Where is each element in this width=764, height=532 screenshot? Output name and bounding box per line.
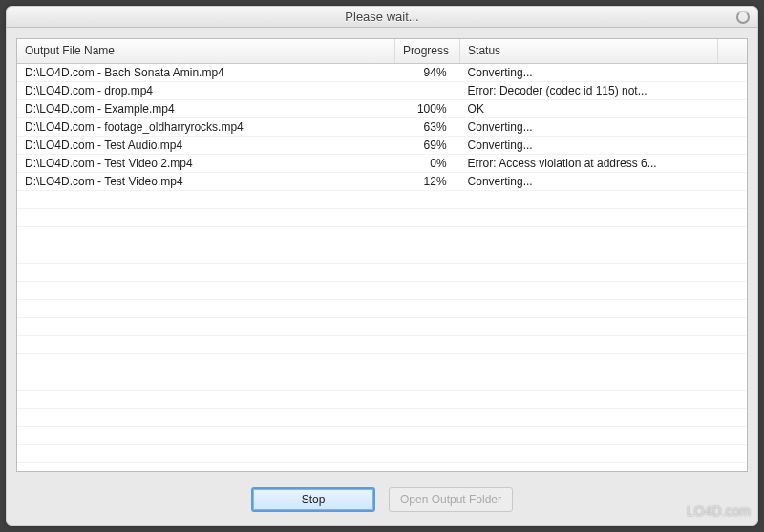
cell-pad	[718, 82, 747, 100]
cell-pad	[718, 118, 747, 137]
cell-progress: 69%	[395, 137, 460, 155]
table-row[interactable]: D:\LO4D.com - Test Video.mp412%Convertin…	[17, 173, 747, 191]
cell-status: Error: Decoder (codec id 115) not...	[460, 82, 718, 100]
cell-pad	[718, 64, 747, 82]
col-header-pad	[718, 39, 747, 64]
open-output-folder-button: Open Output Folder	[389, 487, 513, 512]
cell-progress: 12%	[395, 173, 460, 191]
table-row[interactable]: D:\LO4D.com - drop.mp4Error: Decoder (co…	[17, 82, 747, 100]
table-row[interactable]: D:\LO4D.com - Example.mp4100%OK	[17, 100, 747, 118]
button-bar: Stop Open Output Folder	[7, 487, 757, 512]
cell-pad	[718, 137, 747, 155]
table-container: Output File Name Progress Status D:\LO4D…	[16, 38, 748, 472]
cell-filename: D:\LO4D.com - Test Video.mp4	[17, 173, 395, 191]
table-row-empty	[17, 300, 747, 318]
col-header-progress[interactable]: Progress	[395, 39, 460, 64]
cell-progress: 63%	[395, 118, 460, 137]
cell-filename: D:\LO4D.com - Bach Sonata Amin.mp4	[17, 64, 395, 82]
table-row-empty	[17, 427, 747, 445]
window-title: Please wait...	[7, 10, 757, 24]
conversion-table: Output File Name Progress Status D:\LO4D…	[17, 39, 747, 463]
table-row-empty	[17, 282, 747, 300]
table-row-empty	[17, 445, 747, 463]
cell-filename: D:\LO4D.com - drop.mp4	[17, 82, 395, 100]
cell-filename: D:\LO4D.com - Test Video 2.mp4	[17, 155, 395, 173]
titlebar: Please wait...	[7, 7, 757, 28]
spinner-icon	[736, 11, 750, 24]
cell-pad	[718, 173, 747, 191]
cell-status: Error: Access violation at address 6...	[460, 155, 718, 173]
cell-status: Converting...	[460, 64, 718, 82]
cell-filename: D:\LO4D.com - footage_oldharryrocks.mp4	[17, 118, 395, 137]
col-header-status[interactable]: Status	[460, 39, 718, 64]
table-row-empty	[17, 209, 747, 227]
table-row-empty	[17, 227, 747, 245]
table-body: D:\LO4D.com - Bach Sonata Amin.mp494%Con…	[17, 64, 747, 463]
table-row[interactable]: D:\LO4D.com - footage_oldharryrocks.mp46…	[17, 118, 747, 137]
table-row-empty	[17, 264, 747, 282]
table-row-empty	[17, 318, 747, 336]
table-row[interactable]: D:\LO4D.com - Test Video 2.mp40%Error: A…	[17, 155, 747, 173]
cell-filename: D:\LO4D.com - Test Audio.mp4	[17, 137, 395, 155]
table-row-empty	[17, 409, 747, 427]
dialog-window: Please wait... Output File Name Progress…	[6, 6, 758, 526]
table-row-empty	[17, 245, 747, 264]
table-row-empty	[17, 391, 747, 409]
col-header-filename[interactable]: Output File Name	[17, 39, 395, 64]
cell-filename: D:\LO4D.com - Example.mp4	[17, 100, 395, 118]
cell-pad	[718, 155, 747, 173]
table-row-empty	[17, 372, 747, 391]
table-row-empty	[17, 191, 747, 209]
table-row[interactable]: D:\LO4D.com - Test Audio.mp469%Convertin…	[17, 137, 747, 155]
cell-status: OK	[460, 100, 718, 118]
table-row-empty	[17, 336, 747, 354]
table-row[interactable]: D:\LO4D.com - Bach Sonata Amin.mp494%Con…	[17, 64, 747, 82]
cell-progress	[395, 82, 460, 100]
cell-progress: 100%	[395, 100, 460, 118]
cell-status: Converting...	[460, 118, 718, 137]
cell-status: Converting...	[460, 173, 718, 191]
table-header-row: Output File Name Progress Status	[17, 39, 747, 64]
cell-progress: 94%	[395, 64, 460, 82]
cell-progress: 0%	[395, 155, 460, 173]
table-row-empty	[17, 354, 747, 372]
cell-pad	[718, 100, 747, 118]
cell-status: Converting...	[460, 137, 718, 155]
stop-button[interactable]: Stop	[251, 487, 375, 512]
